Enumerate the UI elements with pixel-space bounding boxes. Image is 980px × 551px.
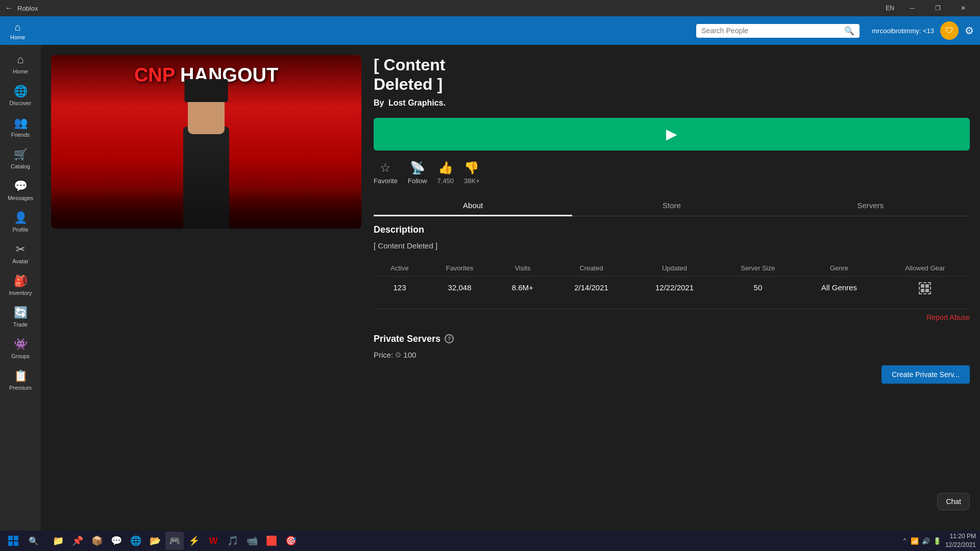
thumbsup-button[interactable]: 👍 7,450 — [437, 161, 454, 185]
shield-icon: 🛡 — [945, 26, 953, 35]
main-layout: ⌂ Home 🌐 Discover 👥 Friends 🛒 Catalog 💬 … — [0, 45, 980, 531]
tab-servers[interactable]: Servers — [771, 195, 970, 216]
svg-rect-1 — [14, 536, 18, 540]
taskbar-app-spotify[interactable]: 🎵 — [224, 532, 242, 550]
game-title: [ Content Deleted ] — [374, 55, 970, 94]
user-avatar-icon[interactable]: 🛡 — [940, 21, 959, 40]
profile-icon: 👤 — [14, 211, 28, 224]
by-label: By — [374, 98, 384, 107]
private-servers-title: Private Servers ? — [374, 334, 970, 344]
favorite-button[interactable]: ☆ Favorite — [374, 161, 398, 185]
tab-about[interactable]: About — [374, 195, 572, 216]
sidebar-item-avatar[interactable]: ✂ Avatar — [0, 239, 41, 268]
description-title: Description — [374, 224, 970, 235]
back-button[interactable]: ← — [5, 4, 13, 13]
game-banner: CNP HANGOUT — [51, 55, 361, 229]
systray-network[interactable]: 📶 — [911, 537, 919, 545]
taskbar-time: 11:20 PM 12/22/2021 — [945, 532, 976, 549]
stat-created: 2/14/2021 — [552, 276, 631, 298]
svg-rect-0 — [8, 536, 13, 540]
taskbar-app-target[interactable]: 🎯 — [282, 532, 300, 550]
sidebar-item-profile[interactable]: 👤 Profile — [0, 207, 41, 237]
systray-arrow[interactable]: ⌃ — [902, 537, 908, 545]
systray-battery[interactable]: 🔋 — [933, 537, 941, 545]
search-icon[interactable]: 🔍 — [844, 26, 854, 36]
sidebar-item-home[interactable]: ⌂ Home — [0, 49, 41, 79]
title-bar: ← Roblox EN ─ ❐ ✕ — [0, 0, 980, 16]
sidebar-label-trade: Trade — [13, 321, 28, 328]
stats-value-row: 123 32,048 8.6M+ 2/14/2021 12/22/2021 50… — [374, 276, 970, 298]
taskbar-app-explorer[interactable]: 📁 — [49, 532, 67, 550]
taskbar-systray: ⌃ 📶 🔊 🔋 — [902, 537, 941, 545]
messages-icon: 💬 — [14, 180, 28, 193]
lang-label: EN — [886, 5, 894, 12]
create-private-server-button[interactable]: Create Private Serv... — [881, 365, 970, 384]
tab-store[interactable]: Store — [572, 195, 771, 216]
friends-icon: 👥 — [14, 116, 28, 130]
taskbar-apps: 📁 📌 📦 💬 🌐 📂 🎮 ⚡ W 🎵 📹 🟥 🎯 — [49, 532, 300, 550]
start-button[interactable] — [4, 533, 22, 548]
home-nav-icon: ⌂ — [15, 21, 21, 33]
taskbar-app-package[interactable]: 📦 — [88, 532, 106, 550]
taskbar-app-folder[interactable]: 📂 — [146, 532, 164, 550]
follow-button[interactable]: 📡 Follow — [408, 161, 427, 185]
sidebar-item-groups[interactable]: 👾 Groups — [0, 334, 41, 363]
close-button[interactable]: ✕ — [951, 0, 975, 16]
tabs-container: About Store Servers Description [ Conten… — [374, 195, 970, 359]
stats-table: Active Favorites Visits Created Updated … — [374, 260, 970, 298]
taskbar-app-video[interactable]: 📹 — [243, 532, 261, 550]
discover-icon: 🌐 — [14, 85, 28, 98]
stat-header-favorites: Favorites — [426, 260, 494, 277]
stat-header-visits: Visits — [494, 260, 552, 277]
create-private-server-area: Create Private Serv... — [51, 365, 970, 384]
top-nav-right: mrcoolbrotimmy: <13 🛡 ⚙ — [872, 21, 974, 40]
favorite-label: Favorite — [374, 177, 398, 185]
sidebar-label-messages: Messages — [8, 195, 33, 201]
taskbar-app-roblox[interactable]: 🎮 — [165, 532, 184, 550]
private-servers-label: Private Servers — [374, 334, 440, 344]
sidebar-item-friends[interactable]: 👥 Friends — [0, 112, 41, 142]
search-bar-container: 🔍 — [696, 24, 860, 38]
settings-icon[interactable]: ⚙ — [965, 24, 974, 37]
sidebar-label-avatar: Avatar — [12, 258, 29, 264]
maximize-button[interactable]: ❐ — [926, 0, 949, 16]
taskbar-search-button[interactable]: 🔍 — [24, 533, 43, 548]
sidebar-item-discover[interactable]: 🌐 Discover — [0, 81, 41, 110]
stats-header-row: Active Favorites Visits Created Updated … — [374, 260, 970, 277]
game-by: By Lost Graphics. — [374, 98, 970, 108]
private-servers-help-icon[interactable]: ? — [445, 334, 454, 343]
about-content: Description [ Content Deleted ] Active F… — [374, 224, 970, 359]
game-creator: Lost Graphics. — [388, 98, 446, 107]
search-people-input[interactable] — [701, 27, 840, 35]
sidebar-item-trade[interactable]: 🔄 Trade — [0, 302, 41, 332]
username-display: mrcoolbrotimmy: <13 — [872, 27, 934, 35]
taskbar-app-teams[interactable]: 💬 — [107, 532, 126, 550]
robux-icon: ⊙ — [395, 350, 401, 359]
sidebar-item-inventory[interactable]: 🎒 Inventory — [0, 270, 41, 300]
sidebar-label-profile: Profile — [12, 227, 28, 233]
catalog-icon: 🛒 — [14, 148, 28, 161]
home-nav-label: Home — [10, 34, 25, 40]
home-icon: ⌂ — [17, 53, 23, 66]
play-button[interactable]: ▶ — [374, 118, 970, 151]
taskbar-app-red[interactable]: 🟥 — [262, 532, 281, 550]
thumbsdown-button[interactable]: 👎 38K+ — [464, 161, 480, 185]
sidebar-item-messages[interactable]: 💬 Messages — [0, 176, 41, 205]
stat-genre: All Genres — [798, 276, 880, 298]
taskbar-app-lightning[interactable]: ⚡ — [185, 532, 203, 550]
game-left-panel: CNP HANGOUT — [51, 55, 361, 359]
sidebar-label-premium: Premium — [9, 385, 32, 391]
systray-volume[interactable]: 🔊 — [922, 537, 930, 545]
taskbar-app-word[interactable]: W — [204, 532, 223, 550]
svg-rect-3 — [14, 541, 18, 546]
taskbar-app-edge[interactable]: 🌐 — [127, 532, 145, 550]
sidebar-item-catalog[interactable]: 🛒 Catalog — [0, 144, 41, 173]
minimize-button[interactable]: ─ — [900, 0, 924, 16]
report-abuse-link[interactable]: Report Abuse — [374, 309, 970, 325]
chat-bubble[interactable]: Chat — [937, 493, 970, 510]
taskbar-app-pin[interactable]: 📌 — [68, 532, 87, 550]
thumbsdown-count: 38K+ — [464, 177, 480, 185]
home-nav-button[interactable]: ⌂ Home — [6, 19, 29, 42]
sidebar-item-premium[interactable]: 📋 Premium — [0, 365, 41, 395]
sidebar-label-friends: Friends — [11, 132, 30, 138]
